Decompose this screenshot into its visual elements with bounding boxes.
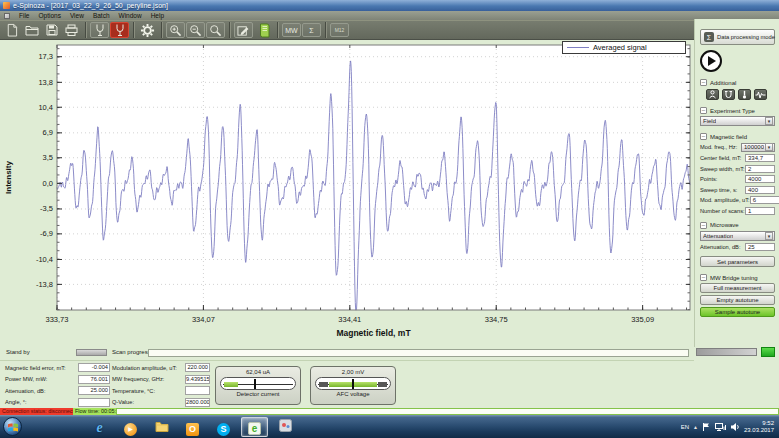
mf-field-5-input[interactable]: 6 [750, 196, 779, 204]
taskbar-skype[interactable]: S [210, 417, 237, 437]
mf-field-2-input[interactable]: 2 [745, 165, 775, 173]
spectrum-plot[interactable]: 333,73334,07334,41334,75335,0917,313,810… [0, 40, 694, 347]
toolbar-separator [229, 22, 230, 38]
readout-left-value-2: 25.000 [78, 386, 110, 395]
svg-text:334,41: 334,41 [338, 315, 361, 324]
signal-icon-button[interactable] [754, 89, 767, 100]
mw-field-0-input[interactable]: 25 [745, 243, 775, 251]
sample-icon-button[interactable] [706, 89, 719, 100]
magnetic-field-title: Magnetic field [710, 134, 747, 140]
clock-date: 23.03.2017 [744, 427, 774, 434]
flow-time-bar [116, 408, 779, 415]
mw-field-0-label: Attenuation, dB: [700, 244, 740, 250]
tune-connect-button[interactable] [90, 22, 109, 38]
language-indicator[interactable]: EN [681, 424, 689, 430]
new-button[interactable] [2, 22, 21, 38]
windows-flag-icon [8, 422, 18, 432]
full-measurement-button[interactable]: Full measurement [700, 283, 775, 293]
probe-icon-button[interactable] [738, 89, 751, 100]
journal-button[interactable] [254, 22, 273, 38]
taskbar-file-explorer[interactable] [148, 417, 175, 437]
gauge-marker[interactable] [254, 379, 256, 390]
collapse-toggle[interactable]: – [700, 79, 707, 86]
zoom-in-button[interactable] [166, 22, 185, 38]
open-button[interactable] [22, 22, 41, 38]
experiment-type-dropdown[interactable]: Field▾ [700, 116, 775, 126]
signal-icon [755, 90, 766, 100]
taskbar-outlook[interactable]: O [179, 417, 206, 437]
collapse-toggle[interactable]: – [700, 222, 707, 229]
menu-window[interactable]: Window [119, 12, 142, 19]
zoom-out-button[interactable] [186, 22, 205, 38]
taskbar-clock[interactable]: 9:52 23.03.2017 [744, 420, 776, 433]
set-parameters-button[interactable]: Set parameters [700, 256, 775, 267]
sample-autotune-button[interactable]: Sample autotune [700, 307, 775, 317]
collapse-toggle[interactable]: – [700, 274, 707, 281]
gauge-slider-1[interactable] [315, 377, 391, 390]
readout-left-row-0: Magnetic field error, mT:-0.004 [5, 363, 110, 372]
mf-field-3-input[interactable]: 4000 [745, 175, 775, 183]
tune-disconnect-button[interactable] [110, 22, 129, 38]
svg-text:334,07: 334,07 [192, 315, 215, 324]
zoom-reset-button[interactable] [206, 22, 225, 38]
edit-button[interactable] [234, 22, 253, 38]
start-button[interactable] [3, 417, 22, 436]
action-center-flag-icon[interactable] [702, 422, 711, 432]
menu-options[interactable]: Options [38, 12, 60, 19]
readout-middle-row-3: Q-Value:2800.000 [112, 398, 210, 407]
collapse-toggle[interactable]: – [700, 107, 707, 114]
mf-field-4-input[interactable]: 400 [745, 186, 775, 194]
settings-button[interactable] [138, 22, 157, 38]
document-icon [4, 13, 10, 19]
sum-mode-button[interactable]: Σ [302, 23, 321, 37]
show-hidden-icons[interactable]: ▲ [693, 424, 698, 430]
taskbar-icons: e▶OSe [86, 417, 299, 437]
network-icon[interactable] [715, 422, 726, 432]
empty-autotune-button[interactable]: Empty autotune [700, 295, 775, 305]
menu-view[interactable]: View [70, 12, 84, 19]
print-button[interactable] [62, 22, 81, 38]
menu-file[interactable]: File [19, 12, 29, 19]
speaker-icon[interactable] [730, 422, 740, 432]
microwave-mode-dropdown[interactable]: Attenuation▾ [700, 231, 775, 241]
zoom-out-icon [189, 24, 202, 37]
readout-middle-value-3: 2800.000 [185, 398, 210, 407]
app-icon [3, 2, 10, 9]
taskbar-e-spinoza[interactable]: e [241, 417, 268, 437]
collapse-toggle[interactable]: – [700, 133, 707, 140]
taskbar-internet-explorer[interactable]: e [86, 417, 113, 437]
skype-icon: S [217, 418, 230, 436]
probe-icon [740, 90, 749, 100]
taskbar-media-player[interactable]: ▶ [117, 417, 144, 437]
run-button[interactable] [700, 50, 722, 72]
mw-mode-button[interactable]: MW [282, 23, 301, 37]
save-button[interactable] [42, 22, 61, 38]
additional-title: Additional [710, 80, 736, 86]
floppy-icon [46, 24, 58, 36]
menu-bar: FileOptionsViewBatchWindowHelp [0, 11, 779, 20]
magnet-icon-button[interactable] [722, 89, 735, 100]
menu-batch[interactable]: Batch [93, 12, 110, 19]
taskbar-paint[interactable] [272, 417, 299, 437]
mf-field-1-input[interactable]: 334,7 [745, 154, 775, 162]
svg-text:3,5: 3,5 [43, 153, 53, 162]
mf-field-0-dropdown[interactable]: 100000▾ [741, 143, 775, 152]
readout-middle-row-0: Modulation amplitude, uT:220.000 [112, 363, 210, 372]
title-bar[interactable]: e-Spinoza - [2017_03_22_9_26_50_peryline… [0, 0, 779, 11]
data-processing-mode-button[interactable]: Σ Data processing mode [700, 29, 775, 45]
status-indicator [761, 347, 775, 357]
gauge-value-0: 62,04 uA [216, 369, 300, 375]
mw-field-0-row: Attenuation, dB:25 [700, 243, 775, 251]
toolbar-separator [85, 22, 86, 38]
gauge-slider-0[interactable] [220, 377, 296, 390]
gauge-marker[interactable] [352, 379, 354, 390]
media-player-icon: ▶ [124, 417, 137, 436]
mf-field-6-input[interactable]: 1 [745, 207, 775, 215]
menu-items: FileOptionsViewBatchWindowHelp [19, 12, 164, 19]
readout-middle-value-0: 220.000 [185, 363, 210, 372]
taskbar: e▶OSe EN ▲ 9:52 23.03.2017 [0, 415, 779, 438]
zoom-in-icon [169, 24, 182, 37]
experiment-type-section-header: –Experiment Type [700, 107, 775, 114]
m12-button[interactable]: M12 [330, 23, 349, 37]
menu-help[interactable]: Help [151, 12, 164, 19]
